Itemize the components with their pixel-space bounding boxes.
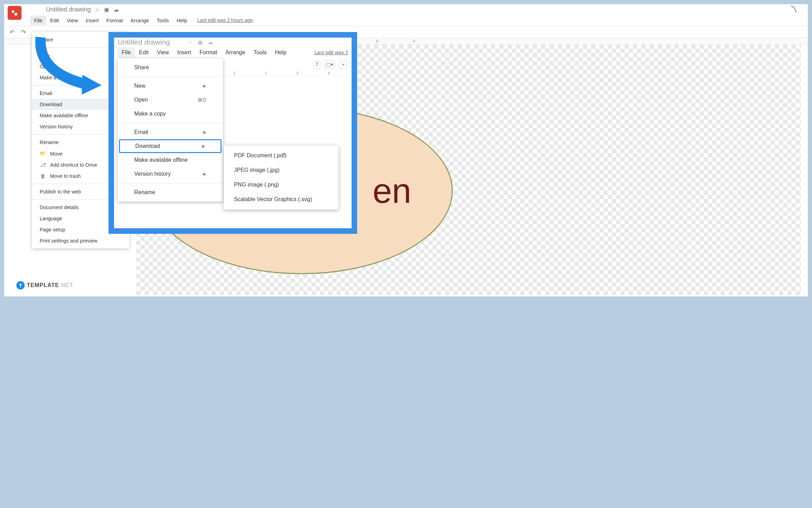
chevron-right-icon: ▶ (203, 130, 206, 135)
callout-last-edit[interactable]: Last edit was 2 (314, 50, 348, 55)
chevron-right-icon: ▶ (202, 144, 205, 149)
callout-file-share[interactable]: Share (118, 61, 223, 74)
callout-ruler: 1 2 3 4 (223, 71, 352, 76)
title-bar: Untitled drawing ☆ ▣ ☁ 〽 (4, 4, 808, 15)
watermark-icon: T (16, 281, 25, 289)
download-pdf[interactable]: PDF Document (.pdf) (224, 148, 338, 163)
callout-menu-tools[interactable]: Tools (249, 47, 271, 58)
callout-menu-view[interactable]: View (153, 47, 173, 58)
callout-menu-help[interactable]: Help (271, 47, 291, 58)
shortcut-label: ⌘O (198, 97, 206, 103)
callout-file-offline[interactable]: Make available offline (118, 153, 223, 167)
callout-menubar: File Edit View Insert Format Arrange Too… (114, 47, 352, 58)
callout-file-make-copy[interactable]: Make a copy (118, 107, 223, 121)
ruler-tick: 8 (376, 39, 378, 43)
cloud-icon[interactable]: ☁ (113, 6, 119, 13)
last-edit-link[interactable]: Last edit was 2 hours ago (198, 17, 253, 23)
callout-menu-edit[interactable]: Edit (135, 47, 153, 58)
cloud-icon[interactable]: ☁ (208, 39, 213, 46)
activity-icon[interactable]: 〽 (790, 5, 797, 14)
trash-icon: 🗑 (40, 173, 46, 179)
svg-rect-1 (15, 13, 17, 15)
menu-view[interactable]: View (63, 16, 82, 25)
redo-icon[interactable]: ↷ (19, 27, 28, 37)
callout-toolbar: T ▢▾ ＋ (309, 58, 352, 71)
ruler-tick: 9 (413, 39, 415, 43)
callout-file-rename[interactable]: Rename (118, 185, 223, 199)
drawings-logo (8, 6, 22, 20)
callout-menu-insert[interactable]: Insert (173, 47, 195, 58)
callout-file-new[interactable]: New▶ (118, 79, 223, 93)
callout-menu-arrange[interactable]: Arrange (221, 47, 249, 58)
menu-help[interactable]: Help (173, 16, 191, 25)
chevron-right-icon: ▶ (203, 172, 206, 176)
menu-arrange[interactable]: Arrange (127, 16, 153, 25)
watermark: T TEMPLATE.NET (16, 281, 73, 289)
folder-icon: 📁 (40, 151, 46, 157)
callout-overlay: Untitled drawing ☆ ▣ ☁ File Edit View In… (108, 32, 357, 234)
callout-file-email[interactable]: Email▶ (118, 125, 223, 139)
undo-icon[interactable]: ↶ (8, 27, 17, 37)
menu-tools[interactable]: Tools (153, 16, 173, 25)
callout-file-menu: Share New▶ Open⌘O Make a copy Email▶ Dow… (118, 58, 223, 201)
move-folder-icon[interactable]: ▣ (104, 6, 109, 13)
oval-text: en (372, 171, 411, 211)
menu-insert[interactable]: Insert (82, 16, 103, 25)
shortcut-icon: ⎇ (40, 162, 46, 168)
callout-file-download[interactable]: Download▶ (119, 139, 222, 153)
menu-format[interactable]: Format (103, 16, 127, 25)
callout-file-open[interactable]: Open⌘O (118, 93, 223, 107)
menu-edit[interactable]: Edit (46, 16, 63, 25)
app-window: Untitled drawing ☆ ▣ ☁ 〽 File Edit View … (4, 4, 808, 296)
download-svg[interactable]: Scalable Vector Graphics (.svg) (224, 192, 338, 207)
menu-file[interactable]: File (30, 16, 46, 25)
textbox-icon[interactable]: T (314, 61, 320, 69)
file-print-settings[interactable]: Print settings and preview (32, 235, 129, 246)
callout-doc-title: Untitled drawing (118, 38, 184, 46)
watermark-text: TEMPLATE.NET (27, 282, 73, 288)
svg-point-0 (12, 10, 14, 13)
download-png[interactable]: PNG image (.png) (224, 177, 338, 192)
download-submenu: PDF Document (.pdf) JPEG image (.jpg) PN… (224, 145, 338, 209)
svg-marker-2 (82, 75, 102, 95)
download-jpeg[interactable]: JPEG image (.jpg) (224, 163, 338, 177)
menu-bar: File Edit View Insert Format Arrange Too… (4, 15, 808, 26)
star-icon[interactable]: ☆ (188, 39, 193, 46)
image-icon[interactable]: ▢▾ (324, 61, 335, 69)
callout-menu-file[interactable]: File (118, 47, 135, 58)
callout-menu-format[interactable]: Format (195, 47, 222, 58)
comment-icon[interactable]: ＋ (339, 61, 347, 69)
chevron-right-icon: ▶ (203, 84, 206, 88)
callout-file-version[interactable]: Version history▶ (118, 167, 223, 181)
document-title[interactable]: Untitled drawing (46, 6, 91, 13)
move-folder-icon[interactable]: ▣ (198, 39, 203, 46)
star-icon[interactable]: ☆ (95, 6, 100, 13)
annotation-arrow (30, 34, 103, 96)
